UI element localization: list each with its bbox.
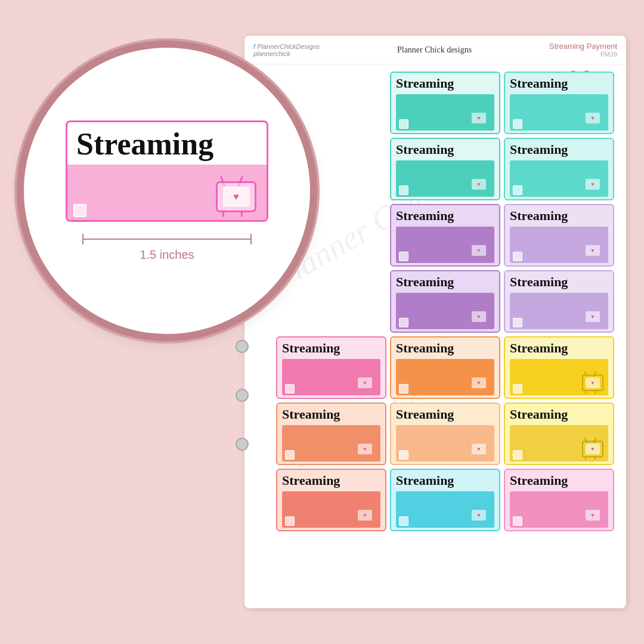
sticker-label: Streaming [510, 143, 608, 157]
large-tv-icon: ♥ [213, 175, 261, 217]
sticker-label: Streaming [510, 473, 608, 488]
sticker-checkbox [513, 384, 522, 394]
tv-icon: ♥ [580, 106, 605, 129]
measure-label: 1.5 inches [140, 248, 194, 262]
sticker-label: Streaming [282, 407, 380, 422]
tv-icon: ♥ [580, 172, 605, 195]
sticker-checkbox [513, 516, 522, 526]
large-sticker-bottom: ♥ [67, 163, 267, 220]
sticker-label: Streaming [396, 341, 494, 355]
tv-icon: ♥ [352, 437, 377, 460]
header-logo: Planner Chick designs [397, 45, 472, 55]
sticker-label: Streaming [396, 407, 494, 422]
sticker-yellow2-1: Streaming ♥ [504, 402, 614, 465]
tv-icon: ♥ [580, 239, 605, 261]
binder-hole [236, 438, 249, 451]
binder-hole [236, 340, 249, 353]
sticker-checkbox [285, 384, 295, 394]
sticker-label: Streaming [510, 76, 608, 91]
sticker-pink2-1: Streaming ♥ [504, 469, 614, 531]
sticker-teal-2: Streaming ♥ [390, 138, 500, 200]
sticker-teal-1: Streaming ♥ [390, 72, 500, 134]
sticker-checkbox [399, 516, 408, 526]
sticker-coral-1: Streaming ♥ [276, 469, 386, 531]
brand-text: f PlannerChickDesigns plannerchick [253, 43, 320, 57]
header-right: Streaming Payment FM39 [549, 42, 617, 58]
sticker-salmon-1: Streaming ♥ [276, 402, 386, 465]
sticker-row-1: Streaming ♥ [262, 72, 614, 134]
sticker-label: Streaming [282, 341, 380, 355]
sticker-checkbox [399, 185, 408, 195]
sticker-label: Streaming [396, 473, 494, 488]
sticker-label: Streaming [396, 76, 494, 91]
measurement-container: 1.5 inches [82, 234, 252, 262]
sticker-checkbox [513, 252, 522, 261]
tv-icon: ♥ [580, 437, 605, 460]
sticker-checkbox [513, 450, 522, 460]
sticker-label: Streaming [396, 209, 494, 223]
sticker-teal2-2: Streaming ♥ [504, 138, 614, 200]
sticker-teal2-1: Streaming ♥ [504, 72, 614, 134]
tv-icon: ♥ [580, 305, 605, 327]
measure-end-right [250, 234, 252, 244]
sticker-row-2: Streaming ♥ [262, 138, 614, 200]
sticker-checkbox [513, 185, 522, 195]
tv-icon: ♥ [580, 503, 605, 526]
sticker-row-4: Streaming ♥ [262, 270, 614, 333]
page-container: f PlannerChickDesigns plannerchick Plann… [0, 0, 644, 644]
sticker-checkbox [513, 318, 522, 327]
sticker-checkbox [399, 318, 408, 327]
sticker-label: Streaming [396, 143, 494, 157]
sticker-label: Streaming [510, 341, 608, 355]
sticker-label: Streaming [282, 473, 380, 488]
sticker-orange-1: Streaming ♥ [390, 336, 500, 399]
tv-icon: ♥ [466, 437, 491, 460]
tv-icon: ♥ [466, 503, 491, 526]
tv-icon: ♥ [466, 371, 491, 394]
sticker-row-5: Streaming ♥ [262, 336, 614, 399]
sticker-checkbox [399, 252, 408, 261]
sticker-label: Streaming [396, 275, 494, 289]
sheet-title: Streaming Payment [549, 42, 617, 51]
large-checkbox [73, 204, 86, 217]
sticker-purple-1: Streaming ♥ [390, 204, 500, 267]
sticker-checkbox [285, 450, 295, 460]
measure-line [82, 234, 252, 244]
sticker-label: Streaming [510, 209, 608, 223]
large-sticker-title: Streaming [67, 122, 267, 163]
sticker-checkbox [513, 119, 522, 129]
sticker-checkbox [399, 119, 408, 129]
measure-bar [83, 239, 250, 240]
sticker-yellow-1: Streaming ♥ [504, 336, 614, 399]
sticker-checkbox [285, 516, 295, 526]
sticker-cyan-1: Streaming ♥ [390, 469, 500, 531]
sticker-checkbox [399, 384, 408, 394]
tv-icon: ♥ [580, 371, 605, 394]
sticker-lavender-2: Streaming ♥ [504, 270, 614, 333]
tv-icon: ♥ [466, 172, 491, 195]
sticker-row-6: Streaming ♥ [262, 402, 614, 465]
sheet-code: FM39 [549, 51, 617, 58]
tv-icon: ♥ [466, 305, 491, 327]
sticker-purple-2: Streaming ♥ [390, 270, 500, 333]
tv-icon: ♥ [466, 106, 491, 129]
sticker-grid: Streaming ♥ [262, 72, 614, 531]
sticker-checkbox [399, 450, 408, 460]
tv-icon: ♥ [352, 503, 377, 526]
sticker-label: Streaming [510, 275, 608, 289]
tv-icon: ♥ [466, 239, 491, 261]
sticker-label: Streaming [510, 407, 608, 422]
sticker-lavender-1: Streaming ♥ [504, 204, 614, 267]
tv-icon: ♥ [352, 371, 377, 394]
binder-hole [236, 389, 249, 402]
sticker-sheet: f PlannerChickDesigns plannerchick Plann… [244, 36, 626, 608]
magnify-circle: Streaming ♥ [24, 48, 310, 334]
sticker-pink-1: Streaming ♥ [276, 336, 386, 399]
sheet-header: f PlannerChickDesigns plannerchick Plann… [244, 36, 626, 64]
sticker-row-3: Streaming ♥ [262, 204, 614, 267]
sticker-row-7: Streaming ♥ [262, 469, 614, 531]
large-tv-heart: ♥ [233, 191, 239, 202]
large-sticker: Streaming ♥ [66, 120, 268, 222]
sticker-peach-1: Streaming ♥ [390, 402, 500, 465]
